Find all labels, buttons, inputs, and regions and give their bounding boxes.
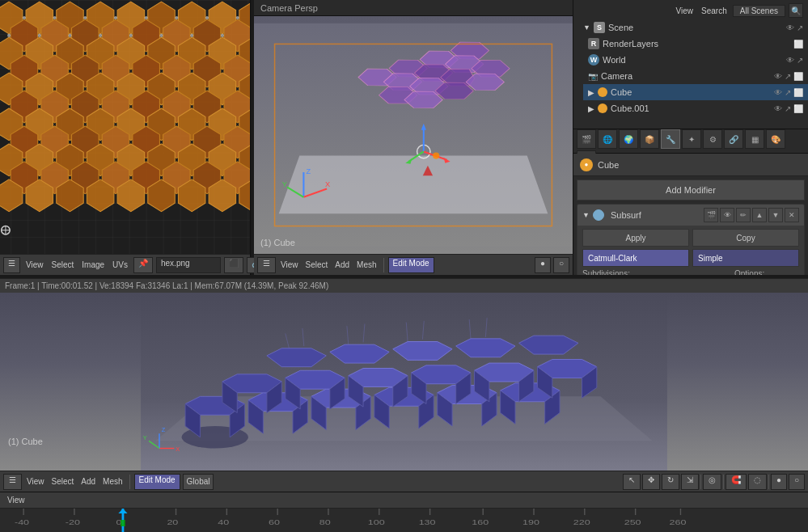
subsurf-simple-btn[interactable]: Simple [692, 249, 799, 267]
subsurf-subdivisions-label: Subdivisions: [582, 269, 647, 275]
outliner-renderlayers-label: RenderLayers [603, 39, 658, 49]
bottom-toolbar: ☰ View Select Add Mesh Edit Mode Global … [0, 471, 808, 492]
uv-select-btn[interactable]: Select [49, 260, 77, 269]
tool-select-icon[interactable]: ↖ [623, 474, 641, 490]
svg-marker-118 [279, 156, 548, 214]
snap-icon[interactable]: 🧲 [726, 474, 747, 490]
viewport-top-select-btn[interactable]: Select [303, 260, 331, 269]
uv-filename[interactable]: hex.png [156, 257, 221, 273]
svg-text:-40: -40 [15, 518, 29, 526]
world-icon: W [588, 54, 599, 65]
viewport-top-shading-wire[interactable]: ○ [553, 257, 569, 273]
viewport-top-title: Camera Persp [260, 3, 318, 13]
outliner-all-scenes[interactable]: All Scenes [733, 5, 785, 17]
subsurf-close-icon[interactable]: ✕ [785, 208, 799, 222]
outliner-header: View Search All Scenes 🔍 [573, 2, 808, 19]
outliner-item-camera[interactable]: 📷 Camera 👁 ↗ ⬜ [583, 68, 808, 84]
tab-constraints[interactable]: 🔗 [724, 129, 743, 149]
svg-text:190: 190 [522, 518, 539, 526]
viewport-top-view-btn[interactable]: View [278, 260, 301, 269]
bottom-view-btn[interactable]: View [24, 477, 47, 486]
subsurf-name: Subsurf [607, 210, 700, 220]
tab-world[interactable]: 🌍 [619, 129, 638, 149]
viewport-top-add-btn[interactable]: Add [332, 260, 352, 269]
subsurf-render-icon[interactable]: 👁 [720, 208, 734, 222]
proportional-icon[interactable]: ◌ [748, 474, 767, 490]
bottom-transform-orient[interactable]: Global [183, 474, 214, 490]
uv-image-btn[interactable]: Image [79, 260, 107, 269]
svg-point-109 [99, 34, 102, 37]
tab-data[interactable]: ▦ [745, 129, 764, 149]
tool-rotate-icon[interactable]: ↻ [662, 474, 679, 490]
shading-wire-icon[interactable]: ○ [789, 474, 805, 490]
outliner-item-cube[interactable]: ▶ Cube 👁 ↗ ⬜ [583, 84, 808, 100]
uv-mode-icon[interactable]: ☰ [3, 257, 20, 273]
tab-particles[interactable]: ✦ [682, 129, 701, 149]
uv-editor: ☰ View Select Image UVs 📌 hex.png ⬛ 🔗 [0, 0, 251, 275]
outliner-search-icon[interactable]: 🔍 [789, 3, 803, 18]
tab-object[interactable]: 📦 [640, 129, 659, 149]
viewport-top-mode-select[interactable]: Edit Mode [388, 257, 434, 273]
timeline-header: View [0, 492, 808, 509]
outliner-world-label: World [603, 55, 626, 65]
viewport-top-scene: Z X Y [254, 16, 573, 254]
tool-grab-icon[interactable]: ✥ [642, 474, 660, 490]
bottom-mode-select[interactable]: Edit Mode [134, 474, 180, 490]
pivot-icon[interactable]: ◎ [703, 474, 721, 490]
shading-solid-icon[interactable]: ● [771, 474, 787, 490]
uv-uvs-btn[interactable]: UVs [110, 260, 130, 269]
svg-text:Y: Y [282, 180, 287, 188]
uv-display-mode[interactable]: ⬛ [224, 257, 243, 273]
svg-point-105 [236, 16, 239, 19]
subsurf-apply-btn[interactable]: Apply [582, 229, 689, 247]
tab-render[interactable]: 🎬 [577, 129, 596, 149]
subsurf-toggle[interactable] [593, 209, 604, 221]
timeline-view-btn[interactable]: View [5, 496, 27, 505]
bottom-add-btn[interactable]: Add [78, 477, 98, 486]
cube-icon [598, 87, 607, 97]
uv-view-btn[interactable]: View [23, 260, 46, 269]
tab-scene[interactable]: 🌐 [598, 129, 617, 149]
status-bar: Frame:1 | Time:00:01.52 | Ve:18394 Fa:31… [0, 278, 808, 293]
outliner-item-world[interactable]: W World 👁 ↗ [583, 52, 808, 68]
subsurf-copy-btn[interactable]: Copy [692, 229, 799, 247]
tab-material[interactable]: 🎨 [766, 129, 785, 149]
subsurf-up-icon[interactable]: ▲ [752, 208, 767, 222]
prop-object-name-bar: ● Cube [573, 154, 808, 176]
tab-physics[interactable]: ⚙ [703, 129, 722, 149]
svg-point-108 [68, 34, 71, 37]
uv-pin-icon[interactable]: 📌 [133, 257, 153, 273]
viewport-top-mesh-btn[interactable]: Mesh [354, 260, 379, 269]
tab-modifiers[interactable]: 🔧 [661, 129, 680, 149]
subsurf-catmull-btn[interactable]: Catmull-Clark [582, 249, 689, 267]
svg-text:130: 130 [419, 518, 436, 526]
outliner-item-scene[interactable]: ▼ S Scene 👁 ↗ [573, 19, 808, 36]
outliner-view-btn[interactable]: View [674, 6, 696, 15]
outliner-scene-label: Scene [608, 23, 633, 32]
outliner-search-btn[interactable]: Search [699, 6, 730, 15]
subsurf-content: Apply Copy Catmull-Clark Simple Subdivis… [577, 226, 804, 275]
svg-text:100: 100 [368, 518, 385, 526]
bottom-select-btn[interactable]: Select [49, 477, 77, 486]
timeline: View -40 -20 0 20 40 60 80 100 [0, 492, 808, 532]
subsurf-down-icon[interactable]: ▼ [768, 208, 783, 222]
tool-scale-icon[interactable]: ⇲ [681, 474, 699, 490]
outliner-item-cube001[interactable]: ▶ Cube.001 👁 ↗ ⬜ [583, 100, 808, 116]
svg-text:X: X [325, 180, 330, 188]
outliner-item-renderlayers[interactable]: R RenderLayers ⬜ [583, 36, 808, 52]
bottom-mesh-btn[interactable]: Mesh [100, 477, 125, 486]
bottom-area: Frame:1 | Time:00:01.52 | Ve:18394 Fa:31… [0, 278, 808, 532]
bottom-mode-icon[interactable]: ☰ [3, 474, 22, 490]
svg-point-112 [190, 34, 193, 37]
viewport-top-shading-solid[interactable]: ● [535, 257, 551, 273]
subsurf-camera-icon[interactable]: 🎬 [704, 208, 718, 222]
svg-point-107 [38, 34, 41, 37]
top-area: ☰ View Select Image UVs 📌 hex.png ⬛ 🔗 Ca… [0, 0, 808, 275]
subsurf-collapse[interactable]: ▼ [582, 211, 590, 219]
prop-object-name-label: Cube [598, 160, 619, 170]
subsurf-edit-icon[interactable]: ✏ [736, 208, 751, 222]
outliner-cube001-label: Cube.001 [611, 103, 649, 113]
outliner: View Search All Scenes 🔍 ▼ S Scene 👁 ↗ R… [573, 0, 808, 129]
viewport-top-mode-icon[interactable]: ☰ [257, 257, 276, 273]
add-modifier-btn[interactable]: Add Modifier [577, 179, 805, 201]
